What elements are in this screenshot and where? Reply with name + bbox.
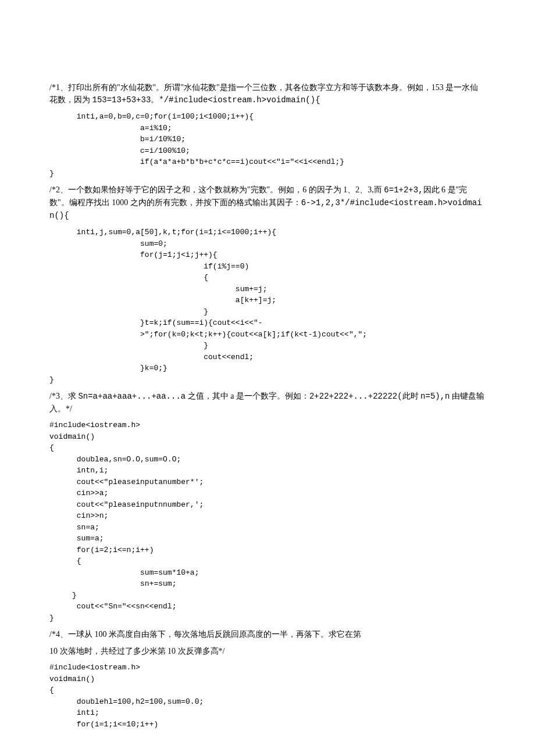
problem-1-desc: /*1、打印出所有的"水仙花数"。所谓"水仙花数"是指一个三位数，其各位数字立方… [49, 81, 486, 106]
p3-text-a: /*3、求 [49, 392, 78, 400]
problem-4-desc-a: /*4、一球从 100 米高度自由落下，每次落地后反跳回原高度的一半，再落下。求… [49, 628, 486, 640]
p1-text-b: 153=13+53+33。*/#include<iostream.h>voidm… [92, 95, 320, 105]
problem-3-desc: /*3、求 Sn=a+aa+aaa+...+aa...a 之值，其中 a 是一个… [49, 390, 486, 415]
p3-text-e: 此时 [402, 392, 421, 400]
problem-2-code: inti,j,sum=0,a[50],k,t;for(i=1;i<=1000;i… [49, 227, 486, 385]
document-page: /*1、打印出所有的"水仙花数"。所谓"水仙花数"是指一个三位数，其各位数字立方… [0, 0, 535, 756]
problem-2-desc: /*2、一个数如果恰好等于它的因子之和，这个数就称为"完数"。例如，6 的因子为… [49, 184, 486, 222]
p3-text-d: 2+22+222+...+22222( [309, 392, 402, 401]
p3-text-b: Sn=a+aa+aaa+...+aa...a [78, 392, 186, 401]
problem-1-code: inti,a=0,b=0,c=0;for(i=100;i<1000;i++){ … [49, 111, 486, 179]
problem-4-code: #include<iostream.h> voidmain() { double… [49, 662, 486, 730]
problem-4-desc-b: 10 次落地时，共经过了多少米第 10 次反弹多高*/ [49, 645, 486, 657]
p2-text-b: 6=1+2+3, [384, 185, 423, 195]
p4-text-a: /*4、一球从 100 米高度自由落下，每次落地后反跳回原高度的一半，再落下。求… [49, 630, 361, 639]
p3-text-f: n=5),n [420, 392, 450, 401]
p3-text-c: 之值，其中 a 是一个数字。例如： [186, 392, 309, 400]
problem-3-code: #include<iostream.h> voidmain() { double… [49, 420, 486, 624]
p2-text-a: /*2、一个数如果恰好等于它的因子之和，这个数就称为"完数"。例如，6 的因子为… [49, 185, 384, 194]
p4-text-b: 10 次落地时，共经过了多少米第 10 次反弹多高*/ [49, 647, 224, 655]
